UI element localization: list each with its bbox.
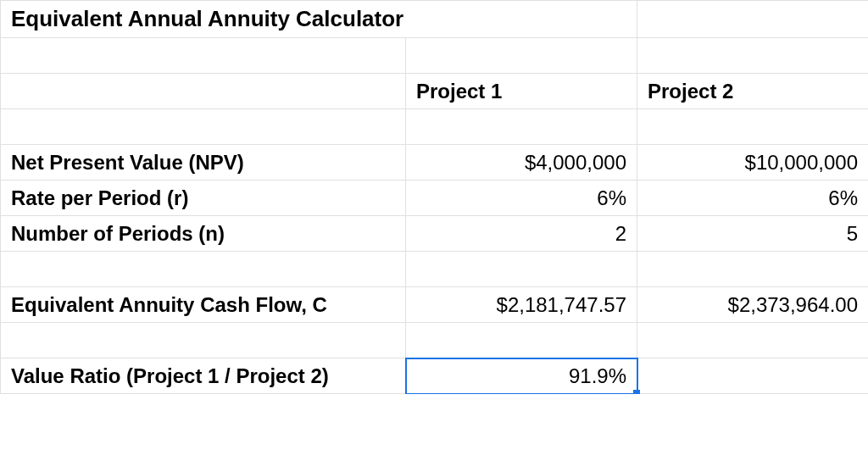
periods-label[interactable]: Number of Periods (n) <box>1 216 406 252</box>
empty-cell[interactable] <box>637 252 868 287</box>
title-row: Equivalent Annual Annuity Calculator <box>1 1 869 38</box>
empty-cell[interactable] <box>406 323 637 358</box>
empty-cell[interactable] <box>637 109 868 145</box>
title-cell[interactable]: Equivalent Annual Annuity Calculator <box>1 1 637 38</box>
npv-p2[interactable]: $10,000,000 <box>637 145 868 180</box>
empty-cell[interactable] <box>1 323 406 358</box>
blank-row <box>1 252 869 287</box>
eacf-p1[interactable]: $2,181,747.57 <box>406 287 637 323</box>
empty-cell[interactable] <box>406 252 637 287</box>
empty-cell[interactable] <box>1 252 406 287</box>
ratio-label[interactable]: Value Ratio (Project 1 / Project 2) <box>1 358 406 394</box>
spreadsheet-table[interactable]: Equivalent Annual Annuity Calculator Pro… <box>0 0 868 394</box>
empty-cell[interactable] <box>1 109 406 145</box>
blank-row <box>1 323 869 358</box>
eacf-p2[interactable]: $2,373,964.00 <box>637 287 868 323</box>
ratio-p1-selected-cell[interactable]: 91.9% <box>406 358 637 394</box>
header-row: Project 1 Project 2 <box>1 74 869 109</box>
blank-row <box>1 109 869 145</box>
ratio-row: Value Ratio (Project 1 / Project 2) 91.9… <box>1 358 869 394</box>
empty-cell[interactable] <box>637 323 868 358</box>
project1-header[interactable]: Project 1 <box>406 74 637 109</box>
blank-row <box>1 38 869 74</box>
periods-p1[interactable]: 2 <box>406 216 637 252</box>
empty-cell[interactable] <box>1 38 406 74</box>
npv-label[interactable]: Net Present Value (NPV) <box>1 145 406 180</box>
periods-row: Number of Periods (n) 2 5 <box>1 216 869 252</box>
rate-row: Rate per Period (r) 6% 6% <box>1 180 869 216</box>
empty-cell[interactable] <box>637 38 868 74</box>
project2-header[interactable]: Project 2 <box>637 74 868 109</box>
periods-p2[interactable]: 5 <box>637 216 868 252</box>
empty-cell[interactable] <box>637 1 868 38</box>
empty-cell[interactable] <box>1 74 406 109</box>
eacf-label[interactable]: Equivalent Annuity Cash Flow, C <box>1 287 406 323</box>
eacf-row: Equivalent Annuity Cash Flow, C $2,181,7… <box>1 287 869 323</box>
ratio-p2[interactable] <box>637 358 868 394</box>
rate-p2[interactable]: 6% <box>637 180 868 216</box>
rate-label[interactable]: Rate per Period (r) <box>1 180 406 216</box>
empty-cell[interactable] <box>406 109 637 145</box>
empty-cell[interactable] <box>406 38 637 74</box>
npv-row: Net Present Value (NPV) $4,000,000 $10,0… <box>1 145 869 180</box>
rate-p1[interactable]: 6% <box>406 180 637 216</box>
npv-p1[interactable]: $4,000,000 <box>406 145 637 180</box>
